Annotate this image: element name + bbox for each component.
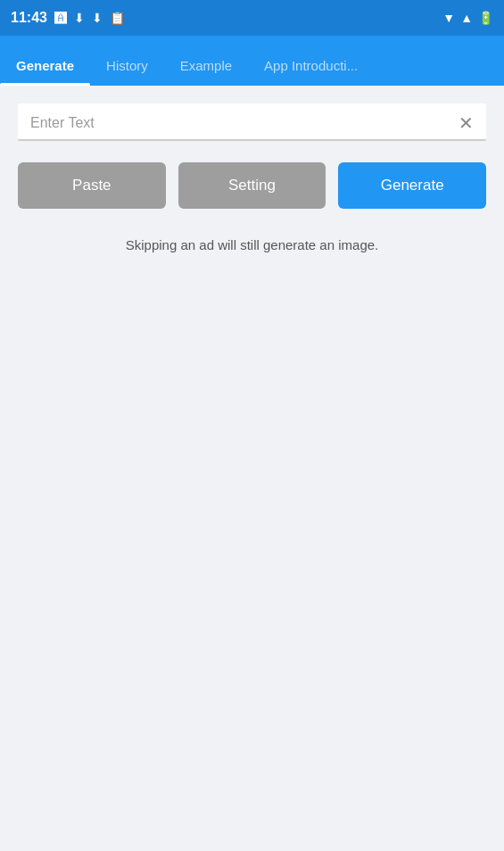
tab-generate[interactable]: Generate [0, 45, 90, 86]
download1-icon: ⬇ [74, 11, 85, 25]
download2-icon: ⬇ [92, 11, 103, 25]
signal-icon: ▲ [460, 11, 473, 25]
tab-app-intro[interactable]: App Introducti... [248, 45, 374, 86]
tab-bar: Generate History Example App Introducti.… [0, 36, 504, 86]
status-bar: 11:43 🅰 ⬇ ⬇ 📋 ▼ ▲ 🔋 [0, 0, 504, 36]
status-time: 11:43 [11, 10, 47, 26]
paste-button[interactable]: Paste [18, 162, 166, 209]
main-content: ✕ Paste Setting Generate Skipping an ad … [0, 86, 504, 851]
generate-button[interactable]: Generate [338, 162, 486, 209]
wifi-icon: ▼ [442, 11, 455, 25]
buttons-row: Paste Setting Generate [18, 162, 486, 209]
tab-history[interactable]: History [90, 45, 164, 86]
text-input-container: ✕ [18, 103, 486, 141]
battery-icon: 🔋 [478, 11, 493, 25]
setting-button[interactable]: Setting [178, 162, 326, 209]
tab-example[interactable]: Example [164, 45, 248, 86]
clipboard-icon: 📋 [110, 11, 125, 25]
clear-icon[interactable]: ✕ [459, 112, 474, 134]
info-text: Skipping an ad will still generate an im… [18, 230, 486, 260]
text-input[interactable] [30, 115, 451, 131]
keyboard-icon: 🅰 [54, 11, 67, 25]
